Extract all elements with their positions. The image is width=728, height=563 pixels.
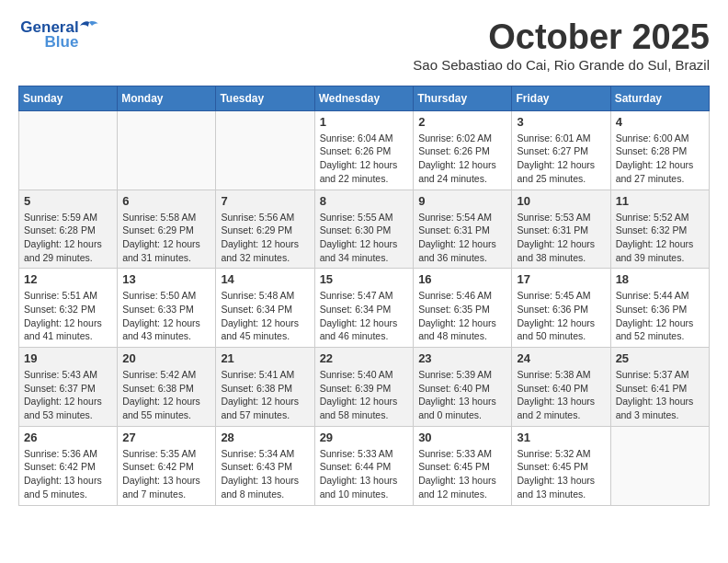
- day-info: Sunrise: 5:51 AMSunset: 6:32 PMDaylight:…: [24, 289, 112, 343]
- day-info: Sunrise: 5:33 AMSunset: 6:44 PMDaylight:…: [320, 447, 409, 501]
- table-row: 3Sunrise: 6:01 AMSunset: 6:27 PMDaylight…: [512, 110, 610, 190]
- table-row: 16Sunrise: 5:46 AMSunset: 6:35 PMDayligh…: [414, 269, 512, 348]
- table-row: 30Sunrise: 5:33 AMSunset: 6:45 PMDayligh…: [414, 426, 512, 505]
- day-number: 18: [616, 272, 704, 286]
- day-info: Sunrise: 6:02 AMSunset: 6:26 PMDaylight:…: [418, 132, 506, 186]
- day-info: Sunrise: 5:50 AMSunset: 6:33 PMDaylight:…: [122, 289, 210, 343]
- header-monday: Monday: [118, 86, 216, 110]
- day-number: 9: [418, 194, 506, 208]
- day-info: Sunrise: 5:39 AMSunset: 6:40 PMDaylight:…: [418, 368, 506, 422]
- page-wrapper: General Blue October 2025 Sao Sebastiao …: [18, 18, 710, 506]
- table-row: 21Sunrise: 5:41 AMSunset: 6:38 PMDayligh…: [216, 348, 314, 427]
- table-row: 8Sunrise: 5:55 AMSunset: 6:30 PMDaylight…: [314, 190, 414, 269]
- day-number: 16: [418, 272, 506, 286]
- day-info: Sunrise: 6:00 AMSunset: 6:28 PMDaylight:…: [616, 132, 704, 186]
- calendar-header-row: Sunday Monday Tuesday Wednesday Thursday…: [19, 86, 710, 110]
- day-info: Sunrise: 5:33 AMSunset: 6:45 PMDaylight:…: [418, 447, 506, 501]
- day-number: 5: [24, 194, 112, 208]
- day-number: 22: [320, 351, 409, 365]
- table-row: 13Sunrise: 5:50 AMSunset: 6:33 PMDayligh…: [118, 269, 216, 348]
- day-info: Sunrise: 5:59 AMSunset: 6:28 PMDaylight:…: [24, 211, 112, 265]
- table-row: 4Sunrise: 6:00 AMSunset: 6:28 PMDaylight…: [610, 110, 709, 190]
- table-row: 29Sunrise: 5:33 AMSunset: 6:44 PMDayligh…: [314, 426, 414, 505]
- page-subtitle: Sao Sebastiao do Cai, Rio Grande do Sul,…: [101, 57, 710, 73]
- day-number: 21: [221, 351, 309, 365]
- table-row: 28Sunrise: 5:34 AMSunset: 6:43 PMDayligh…: [216, 426, 314, 505]
- header-wednesday: Wednesday: [314, 86, 414, 110]
- day-info: Sunrise: 5:36 AMSunset: 6:42 PMDaylight:…: [24, 447, 112, 501]
- day-number: 26: [24, 431, 112, 444]
- table-row: 17Sunrise: 5:45 AMSunset: 6:36 PMDayligh…: [512, 269, 610, 348]
- day-info: Sunrise: 5:32 AMSunset: 6:45 PMDaylight:…: [517, 447, 605, 501]
- table-row: 5Sunrise: 5:59 AMSunset: 6:28 PMDaylight…: [19, 190, 118, 269]
- day-info: Sunrise: 5:44 AMSunset: 6:36 PMDaylight:…: [616, 289, 704, 343]
- logo-text-blue: Blue: [45, 33, 79, 52]
- day-info: Sunrise: 5:58 AMSunset: 6:29 PMDaylight:…: [122, 211, 210, 265]
- table-row: 11Sunrise: 5:52 AMSunset: 6:32 PMDayligh…: [610, 190, 709, 269]
- day-number: 4: [616, 115, 704, 129]
- day-info: Sunrise: 5:55 AMSunset: 6:30 PMDaylight:…: [320, 211, 409, 265]
- calendar-week-1: 1Sunrise: 6:04 AMSunset: 6:26 PMDaylight…: [19, 110, 710, 190]
- calendar-week-2: 5Sunrise: 5:59 AMSunset: 6:28 PMDaylight…: [19, 190, 710, 269]
- day-number: 29: [320, 431, 409, 444]
- logo-block: General Blue: [18, 18, 101, 52]
- table-row: [610, 426, 709, 505]
- day-number: 14: [221, 272, 309, 286]
- day-info: Sunrise: 5:35 AMSunset: 6:42 PMDaylight:…: [122, 447, 210, 501]
- day-info: Sunrise: 5:42 AMSunset: 6:38 PMDaylight:…: [122, 368, 210, 422]
- table-row: 1Sunrise: 6:04 AMSunset: 6:26 PMDaylight…: [314, 110, 414, 190]
- title-section: October 2025 Sao Sebastiao do Cai, Rio G…: [101, 18, 710, 73]
- table-row: 12Sunrise: 5:51 AMSunset: 6:32 PMDayligh…: [19, 269, 118, 348]
- table-row: 2Sunrise: 6:02 AMSunset: 6:26 PMDaylight…: [414, 110, 512, 190]
- table-row: 20Sunrise: 5:42 AMSunset: 6:38 PMDayligh…: [118, 348, 216, 427]
- table-row: 9Sunrise: 5:54 AMSunset: 6:31 PMDaylight…: [414, 190, 512, 269]
- calendar-week-3: 12Sunrise: 5:51 AMSunset: 6:32 PMDayligh…: [19, 269, 710, 348]
- day-info: Sunrise: 5:46 AMSunset: 6:35 PMDaylight:…: [418, 289, 506, 343]
- day-info: Sunrise: 5:34 AMSunset: 6:43 PMDaylight:…: [221, 447, 309, 501]
- day-info: Sunrise: 5:45 AMSunset: 6:36 PMDaylight:…: [517, 289, 605, 343]
- table-row: [216, 110, 314, 190]
- day-info: Sunrise: 5:37 AMSunset: 6:41 PMDaylight:…: [616, 368, 704, 422]
- top-header: General Blue October 2025 Sao Sebastiao …: [18, 18, 710, 73]
- day-number: 6: [122, 194, 210, 208]
- day-number: 15: [320, 272, 409, 286]
- day-number: 12: [24, 272, 112, 286]
- day-number: 19: [24, 351, 112, 365]
- day-number: 28: [221, 431, 309, 444]
- day-info: Sunrise: 5:41 AMSunset: 6:38 PMDaylight:…: [221, 368, 309, 422]
- table-row: 26Sunrise: 5:36 AMSunset: 6:42 PMDayligh…: [19, 426, 118, 505]
- calendar-week-5: 26Sunrise: 5:36 AMSunset: 6:42 PMDayligh…: [19, 426, 710, 505]
- day-info: Sunrise: 5:47 AMSunset: 6:34 PMDaylight:…: [320, 289, 409, 343]
- table-row: 15Sunrise: 5:47 AMSunset: 6:34 PMDayligh…: [314, 269, 414, 348]
- table-row: 6Sunrise: 5:58 AMSunset: 6:29 PMDaylight…: [118, 190, 216, 269]
- day-number: 7: [221, 194, 309, 208]
- table-row: 14Sunrise: 5:48 AMSunset: 6:34 PMDayligh…: [216, 269, 314, 348]
- day-info: Sunrise: 5:53 AMSunset: 6:31 PMDaylight:…: [517, 211, 605, 265]
- day-info: Sunrise: 5:52 AMSunset: 6:32 PMDaylight:…: [616, 211, 704, 265]
- day-number: 17: [517, 272, 605, 286]
- day-info: Sunrise: 5:56 AMSunset: 6:29 PMDaylight:…: [221, 211, 309, 265]
- header-thursday: Thursday: [414, 86, 512, 110]
- calendar-table: Sunday Monday Tuesday Wednesday Thursday…: [18, 86, 710, 506]
- table-row: 25Sunrise: 5:37 AMSunset: 6:41 PMDayligh…: [610, 348, 709, 427]
- page-title: October 2025: [101, 18, 710, 57]
- calendar-week-4: 19Sunrise: 5:43 AMSunset: 6:37 PMDayligh…: [19, 348, 710, 427]
- day-info: Sunrise: 5:40 AMSunset: 6:39 PMDaylight:…: [320, 368, 409, 422]
- day-number: 23: [418, 351, 506, 365]
- day-info: Sunrise: 6:04 AMSunset: 6:26 PMDaylight:…: [320, 132, 409, 186]
- day-info: Sunrise: 5:43 AMSunset: 6:37 PMDaylight:…: [24, 368, 112, 422]
- table-row: 7Sunrise: 5:56 AMSunset: 6:29 PMDaylight…: [216, 190, 314, 269]
- header-friday: Friday: [512, 86, 610, 110]
- header-tuesday: Tuesday: [216, 86, 314, 110]
- day-number: 2: [418, 115, 506, 129]
- table-row: [19, 110, 118, 190]
- day-number: 8: [320, 194, 409, 208]
- day-info: Sunrise: 5:48 AMSunset: 6:34 PMDaylight:…: [221, 289, 309, 343]
- day-number: 20: [122, 351, 210, 365]
- day-number: 30: [418, 431, 506, 444]
- day-number: 1: [320, 115, 409, 129]
- table-row: [118, 110, 216, 190]
- table-row: 24Sunrise: 5:38 AMSunset: 6:40 PMDayligh…: [512, 348, 610, 427]
- day-number: 24: [517, 351, 605, 365]
- table-row: 10Sunrise: 5:53 AMSunset: 6:31 PMDayligh…: [512, 190, 610, 269]
